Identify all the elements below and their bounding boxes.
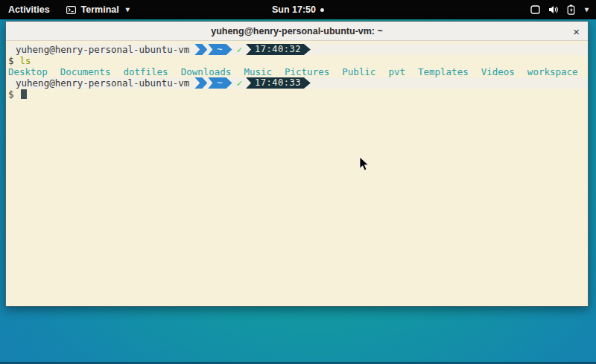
command-line: $ ls <box>8 55 588 66</box>
directory-name: dotfiles <box>123 66 168 77</box>
directory-name: Music <box>244 66 272 77</box>
input-line: $ <box>8 89 588 100</box>
system-status-area[interactable]: ▾ <box>523 0 596 19</box>
directory-name: Templates <box>418 66 469 77</box>
prompt-path-segment: ~ <box>208 77 232 89</box>
prompt-timestamp: 17:40:33 <box>246 77 311 89</box>
directory-name: pvt <box>388 66 405 77</box>
app-menu-button[interactable]: Terminal ▾ <box>58 0 138 19</box>
clock-button[interactable]: Sun 17:50 <box>264 0 332 19</box>
directory-name: Videos <box>481 66 515 77</box>
shell-prompt-symbol: $ <box>8 55 14 66</box>
prompt-path-segment: ~ <box>208 44 232 55</box>
desktop: Activities Terminal ▾ Sun 17:50 <box>0 0 596 364</box>
ls-output-line: DesktopDocumentsdotfilesDownloadsMusicPi… <box>8 66 588 77</box>
prompt-user-host: yuheng@henry-personal-ubuntu-vm <box>16 77 189 89</box>
shell-prompt-symbol: $ <box>8 89 14 100</box>
text-cursor <box>21 89 27 99</box>
chevron-down-icon: ▾ <box>585 5 589 13</box>
battery-charging-icon <box>567 4 575 15</box>
chevron-down-icon: ▾ <box>126 5 130 13</box>
prompt-user-host: yuheng@henry-personal-ubuntu-vm <box>16 44 189 55</box>
directory-name: Pictures <box>285 66 329 77</box>
directory-name: Desktop <box>8 66 48 77</box>
directory-name: Documents <box>60 66 111 77</box>
terminal-screen[interactable]: yuheng@henry-personal-ubuntu-vm ~ ✓ 17:4… <box>6 41 588 306</box>
screen-icon <box>530 5 540 14</box>
top-bar: Activities Terminal ▾ Sun 17:50 <box>0 0 596 19</box>
notification-dot <box>320 8 324 12</box>
prompt-line: yuheng@henry-personal-ubuntu-vm ~ ✓ 17:4… <box>8 44 588 55</box>
window-title: yuheng@henry-personal-ubuntu-vm: ~ <box>211 26 383 36</box>
directory-name: Downloads <box>181 66 232 77</box>
prompt-line: yuheng@henry-personal-ubuntu-vm ~ ✓ 17:4… <box>8 77 588 89</box>
typed-command: ls <box>20 55 31 66</box>
activities-button[interactable]: Activities <box>0 0 58 19</box>
check-icon: ✓ <box>237 44 243 55</box>
terminal-window: yuheng@henry-personal-ubuntu-vm: ~ × yuh… <box>5 21 589 307</box>
directory-name: Public <box>342 66 375 77</box>
close-button[interactable]: × <box>573 25 580 36</box>
app-menu-label: Terminal <box>81 4 119 15</box>
top-bar-left: Activities Terminal ▾ <box>0 0 138 19</box>
title-bar[interactable]: yuheng@henry-personal-ubuntu-vm: ~ × <box>6 22 588 41</box>
terminal-app-icon <box>66 6 76 14</box>
clock-label: Sun 17:50 <box>272 4 316 15</box>
powerline-arrow-icon <box>194 44 207 55</box>
directory-name: workspace <box>527 66 578 77</box>
volume-icon <box>548 5 559 14</box>
prompt-timestamp: 17:40:32 <box>246 44 311 55</box>
check-icon: ✓ <box>237 77 243 89</box>
powerline-arrow-icon <box>194 77 207 89</box>
